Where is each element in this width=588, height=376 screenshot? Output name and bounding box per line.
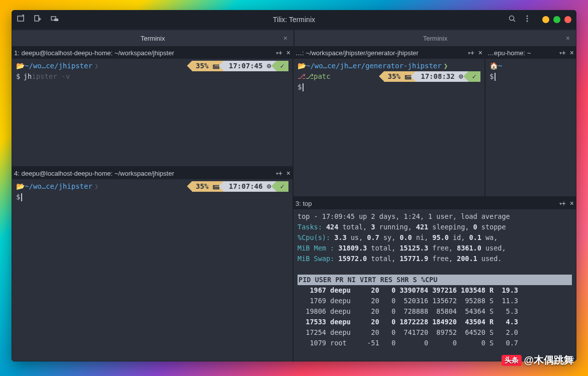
- close-pane-icon[interactable]: ×: [570, 199, 574, 207]
- add-pane-icon[interactable]: +: [278, 169, 282, 177]
- close-pane-icon[interactable]: ×: [286, 49, 290, 57]
- titlebar: Tilix: Terminix: [12, 10, 576, 29]
- pane-header[interactable]: …epu-home: ~ ▾ + ×: [485, 47, 576, 59]
- prompt-line: $: [16, 192, 288, 202]
- pane-title: 1: deepu@localhost-deepu-home: ~/workspa…: [14, 49, 274, 57]
- terminal-pane-5: …epu-home: ~ ▾ + × 🏠 ~ $: [485, 46, 576, 197]
- prompt-line: $ jhipster -v: [16, 71, 288, 82]
- pane-header[interactable]: 3: top ▾ + ×: [293, 197, 576, 209]
- terminal-pane-4: 4: deepu@localhost-deepu-home: ~/workspa…: [12, 167, 293, 361]
- layout-icon[interactable]: [51, 15, 59, 25]
- chevron-icon: ❯: [94, 181, 99, 192]
- watermark-logo: 头条: [502, 355, 522, 366]
- prompt-line: $: [489, 71, 572, 82]
- terminal-body[interactable]: 📂 ~/wo…ce/jh…er/generator-jhipster ❯ ⎇ ⎇…: [293, 59, 484, 196]
- powerline-status: 📂 ~/wo…ce/jh…er/generator-jhipster ❯: [298, 61, 480, 71]
- menu-icon[interactable]: [523, 15, 531, 25]
- pane-header[interactable]: 4: deepu@localhost-deepu-home: ~/workspa…: [12, 167, 292, 179]
- home-icon: 🏠: [489, 61, 498, 71]
- add-pane-icon[interactable]: +: [470, 49, 474, 57]
- path-segment: ~/wo…ce/jh…er/generator-jhipster: [306, 61, 442, 71]
- watermark-handle: @木偶跳舞: [524, 353, 574, 367]
- git-icon: ⎇: [298, 71, 306, 82]
- folder-icon: 📂: [298, 61, 306, 71]
- chevron-icon: ❯: [94, 61, 99, 71]
- top-process-row: 1079 root -51 0 0 0 0 S 0.7: [298, 338, 572, 348]
- close-icon[interactable]: ×: [566, 34, 570, 42]
- terminal-pane-1: 1: deepu@localhost-deepu-home: ~/workspa…: [12, 46, 293, 167]
- status-ok-segment: ✓: [276, 181, 288, 192]
- prompt-symbol: $: [489, 71, 494, 82]
- pane-title: …epu-home: ~: [487, 49, 557, 57]
- window-title: Tilix: Terminix: [273, 16, 315, 24]
- session-tab-bar: Terminix × Terminix ×: [12, 29, 576, 46]
- close-pane-icon[interactable]: ×: [478, 49, 482, 57]
- close-pane-icon[interactable]: ×: [286, 169, 290, 177]
- session-tab-label: Terminix: [423, 35, 447, 42]
- svg-point-5: [527, 16, 528, 17]
- top-columns-header: PID USER PR NI VIRT RES SHR S %CPU: [298, 275, 572, 285]
- time-segment: 17:08:32 ⊙: [416, 71, 468, 82]
- pane-title: 3: top: [296, 200, 557, 207]
- minimize-button[interactable]: [542, 16, 549, 23]
- prompt-symbol: $: [298, 82, 302, 92]
- close-button[interactable]: [564, 16, 571, 23]
- pane-title: …: ~/workspace/jhipster/generator-jhipst…: [296, 49, 466, 57]
- cursor: [495, 73, 496, 81]
- session-tab-1[interactable]: Terminix ×: [12, 30, 294, 46]
- prompt-symbol: $: [16, 71, 20, 82]
- top-process-row: 1967 deepu 20 0 3390784 397216 103548 R …: [298, 285, 572, 296]
- add-tab-icon[interactable]: [34, 15, 42, 25]
- pane-header[interactable]: …: ~/workspace/jhipster/generator-jhipst…: [293, 47, 484, 59]
- search-icon[interactable]: [508, 15, 516, 25]
- svg-point-6: [527, 18, 528, 20]
- powerline-status: 📂 ~/wo…ce/jhipster ❯ 35% 🖴 17:07:45 ⊙ ✓: [16, 61, 288, 71]
- svg-rect-3: [54, 19, 58, 21]
- cursor: [21, 193, 22, 201]
- svg-rect-1: [35, 16, 39, 21]
- close-icon[interactable]: ×: [283, 34, 287, 42]
- top-line-4: MiB Mem : 31809.3 total, 15125.3 free, 8…: [298, 243, 572, 254]
- svg-point-4: [510, 16, 514, 21]
- prompt-line: $: [298, 82, 480, 92]
- new-session-icon[interactable]: [17, 15, 25, 25]
- add-pane-icon[interactable]: +: [562, 199, 566, 207]
- close-pane-icon[interactable]: ×: [570, 49, 574, 57]
- top-process-row: 17254 deepu 20 0 741720 89752 64520 S 2.…: [298, 327, 572, 338]
- powerline-status: 📂 ~/wo…ce/jhipster ❯ 35% 🖴 17:07:46 ⊙ ✓: [16, 181, 288, 192]
- terminal-pane-2: …: ~/workspace/jhipster/generator-jhipst…: [293, 46, 485, 197]
- typed-text: jh: [23, 71, 32, 82]
- pane-header[interactable]: 1: deepu@localhost-deepu-home: ~/workspa…: [12, 47, 292, 59]
- path-segment: ~: [498, 61, 502, 71]
- add-pane-icon[interactable]: +: [278, 49, 282, 57]
- top-line-3: %Cpu(s): 3.3 us, 0.7 sy, 0.0 ni, 95.0 id…: [298, 232, 572, 243]
- cursor: [303, 83, 304, 91]
- status-ok-segment: ✓: [468, 71, 480, 82]
- maximize-button[interactable]: [553, 16, 560, 23]
- branch-name: patc: [314, 71, 331, 82]
- session-tab-label: Terminix: [141, 35, 165, 42]
- top-process-list: 1967 deepu 20 0 3390784 397216 103548 R …: [298, 285, 572, 348]
- svg-rect-0: [18, 16, 24, 21]
- branch-icon: ⎇: [306, 71, 314, 82]
- powerline-status: 🏠 ~: [489, 61, 572, 71]
- terminal-body[interactable]: 📂 ~/wo…ce/jhipster ❯ 35% 🖴 17:07:46 ⊙ ✓ …: [12, 179, 292, 361]
- powerline-status-2: ⎇ ⎇ patc 35% 🖴 17:08:32 ⊙ ✓: [298, 71, 480, 82]
- top-line-1: top - 17:09:45 up 2 days, 1:24, 1 user, …: [298, 211, 572, 222]
- path-segment: ~/wo…ce/jhipster: [25, 181, 92, 192]
- autosuggestion: ipster -v: [32, 71, 70, 82]
- terminal-body[interactable]: 🏠 ~ $: [485, 59, 576, 196]
- folder-icon: 📂: [16, 181, 25, 192]
- top-line-5: MiB Swap: 15972.0 total, 15771.9 free, 2…: [298, 254, 572, 264]
- top-process-row: 19806 deepu 20 0 728888 85804 54364 S 5.…: [298, 306, 572, 317]
- status-ok-segment: ✓: [276, 61, 288, 71]
- session-tab-2[interactable]: Terminix ×: [294, 30, 576, 46]
- terminal-body[interactable]: top - 17:09:45 up 2 days, 1:24, 1 user, …: [293, 209, 576, 361]
- top-line-2: Tasks: 424 total, 3 running, 421 sleepin…: [298, 222, 572, 232]
- prompt-symbol: $: [16, 192, 20, 202]
- tilix-window: Tilix: Terminix Terminix × Terminix × 1:…: [12, 10, 576, 361]
- add-pane-icon[interactable]: +: [562, 49, 566, 57]
- chevron-icon: ❯: [444, 61, 448, 71]
- terminal-body[interactable]: 📂 ~/wo…ce/jhipster ❯ 35% 🖴 17:07:45 ⊙ ✓ …: [12, 59, 292, 166]
- pane-title: 4: deepu@localhost-deepu-home: ~/workspa…: [14, 170, 274, 177]
